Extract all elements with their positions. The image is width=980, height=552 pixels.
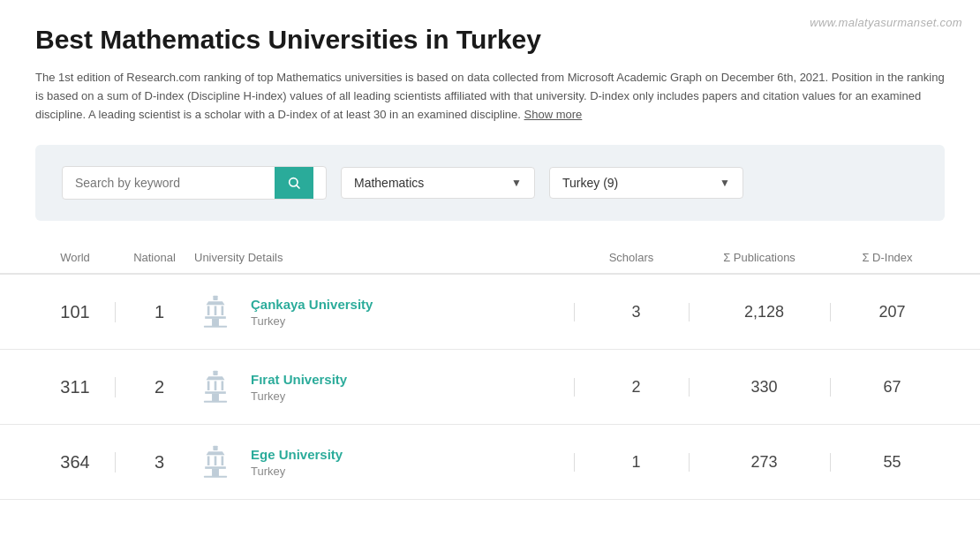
university-country-0: Turkey	[251, 314, 373, 328]
rank-world-2: 364	[35, 452, 115, 473]
scholars-1: 2	[574, 378, 689, 397]
publications-0: 2,128	[689, 303, 830, 321]
col-header-dindex: Σ D-Index	[830, 251, 945, 264]
svg-rect-24	[212, 469, 219, 477]
publications-1: 330	[689, 378, 830, 397]
svg-rect-17	[204, 401, 227, 403]
university-cell-2: Ege University Turkey	[194, 441, 574, 483]
university-info-2: Ege University Turkey	[251, 447, 343, 478]
table-row: 364 3 Ege University	[0, 425, 980, 500]
university-name-2[interactable]: Ege University	[251, 447, 343, 462]
search-section: Mathematics ▼ Turkey (9) ▼	[35, 145, 945, 221]
rank-national-0: 1	[115, 302, 194, 322]
rank-national-2: 3	[115, 452, 194, 473]
svg-rect-25	[204, 476, 227, 478]
svg-rect-7	[205, 317, 226, 320]
svg-marker-3	[207, 302, 225, 306]
svg-rect-2	[213, 296, 217, 300]
svg-rect-9	[204, 326, 227, 328]
svg-rect-4	[207, 306, 210, 316]
search-input[interactable]	[63, 167, 275, 199]
university-building-icon	[197, 368, 234, 405]
university-building-icon	[197, 293, 234, 330]
university-country-1: Turkey	[251, 389, 347, 403]
col-header-publications: Σ Publications	[689, 251, 830, 264]
svg-rect-10	[213, 371, 217, 375]
dindex-0: 207	[830, 303, 945, 321]
university-name-0[interactable]: Çankaya University	[251, 297, 373, 312]
subject-dropdown[interactable]: Mathematics ▼	[341, 167, 535, 199]
university-info-0: Çankaya University Turkey	[251, 297, 373, 328]
scholars-2: 1	[574, 453, 689, 472]
publications-2: 273	[689, 453, 830, 472]
university-icon-1	[194, 366, 237, 408]
university-country-2: Turkey	[251, 465, 343, 478]
rankings-table: World National University Details Schola…	[0, 238, 980, 500]
subject-dropdown-value: Mathematics	[354, 176, 424, 190]
university-info-1: Fırat University Turkey	[251, 372, 347, 403]
table-header: World National University Details Schola…	[0, 238, 980, 275]
svg-rect-15	[205, 392, 226, 395]
svg-marker-19	[207, 452, 225, 456]
col-header-university: University Details	[194, 251, 574, 264]
university-icon-2	[194, 441, 237, 483]
svg-rect-14	[222, 382, 224, 391]
svg-rect-13	[215, 382, 217, 391]
svg-rect-8	[212, 319, 219, 327]
svg-line-1	[297, 185, 299, 188]
svg-rect-21	[215, 457, 217, 466]
rank-world-1: 311	[35, 377, 115, 397]
country-dropdown-value: Turkey (9)	[562, 176, 618, 190]
svg-rect-5	[215, 306, 217, 316]
search-button[interactable]	[275, 167, 313, 199]
search-input-wrapper	[62, 166, 327, 200]
page-description: The 1st edition of Research.com ranking …	[35, 69, 945, 124]
svg-rect-23	[205, 467, 226, 470]
university-cell-1: Fırat University Turkey	[194, 366, 574, 408]
scholars-0: 3	[574, 303, 689, 321]
col-header-national: National	[115, 251, 194, 264]
country-dropdown-arrow: ▼	[720, 177, 730, 189]
dindex-1: 67	[830, 378, 945, 397]
university-building-icon	[197, 443, 234, 480]
svg-rect-6	[222, 306, 224, 316]
show-more-link[interactable]: Show more	[524, 108, 583, 121]
watermark: www.malatyasurmanset.com	[810, 16, 962, 29]
svg-rect-22	[222, 457, 224, 466]
svg-rect-16	[212, 394, 219, 402]
country-dropdown[interactable]: Turkey (9) ▼	[549, 167, 743, 199]
svg-marker-11	[207, 377, 225, 381]
col-header-scholars: Scholars	[574, 251, 689, 264]
search-icon	[287, 176, 301, 190]
university-cell-0: Çankaya University Turkey	[194, 291, 574, 333]
university-icon-0	[194, 291, 237, 333]
svg-rect-12	[207, 382, 210, 391]
table-row: 311 2 Fırat University	[0, 350, 980, 425]
rank-world-0: 101	[35, 302, 115, 322]
rank-national-1: 2	[115, 377, 194, 397]
svg-rect-18	[213, 446, 217, 450]
dindex-2: 55	[830, 453, 945, 472]
university-name-1[interactable]: Fırat University	[251, 372, 347, 387]
subject-dropdown-arrow: ▼	[511, 177, 522, 189]
col-header-world: World	[35, 251, 115, 264]
table-row: 101 1 Çankaya University	[0, 275, 980, 350]
page-title: Best Mathematics Universities in Turkey	[35, 25, 945, 55]
svg-rect-20	[207, 457, 210, 466]
